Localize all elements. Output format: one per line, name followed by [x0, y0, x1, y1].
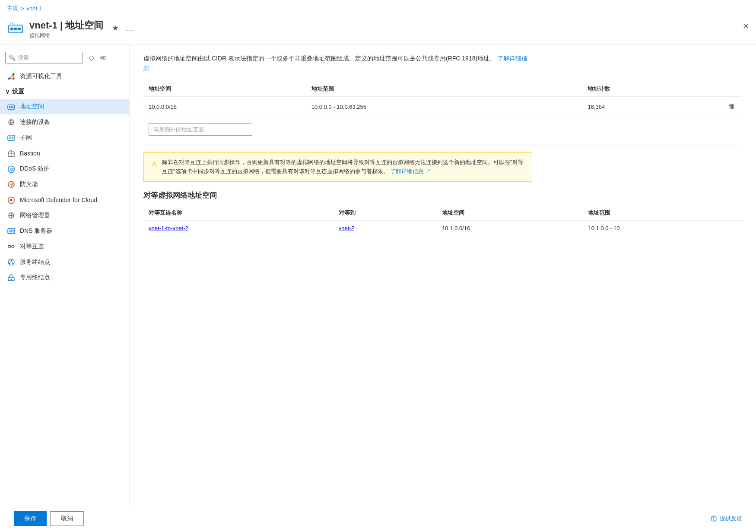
page-header-text: vnet-1 | 地址空间 虚拟网络 [29, 20, 103, 39]
private-endpoints-icon [7, 273, 16, 282]
subnet-label: 子网 [20, 134, 32, 142]
sidebar-item-service-endpoints[interactable]: 服务终结点 [0, 254, 129, 270]
firewall-label: 防火墙 [20, 180, 38, 188]
peering-icon [7, 242, 16, 251]
svg-point-3 [18, 28, 21, 30]
peering-table: 对等互连名称 对等到 地址空间 地址范围 vnet-1-to-vnet-2 vn… [143, 206, 742, 236]
col-address-count: 地址计数 [582, 82, 721, 97]
svg-rect-19 [8, 135, 15, 140]
sidebar-item-peerings[interactable]: 对等互连 [0, 239, 129, 254]
network-manager-label: 网络管理器 [20, 212, 50, 219]
peering-table-row: vnet-1-to-vnet-2 vnet-2 10.1.0.0/16 10.1… [143, 220, 742, 236]
close-button[interactable]: ✕ [743, 22, 749, 31]
service-endpoints-label: 服务终结点 [20, 258, 50, 266]
col-peering-address-range: 地址范围 [583, 206, 742, 221]
breadcrumb-home[interactable]: 主页 [7, 4, 18, 12]
page-header: <·> vnet-1 | 地址空间 虚拟网络 ★ ... ✕ [0, 16, 756, 45]
svg-point-14 [9, 107, 10, 108]
svg-point-50 [713, 519, 714, 520]
svg-line-45 [11, 261, 13, 263]
sidebar-item-resource-viz[interactable]: 资源可视化工具 [0, 69, 129, 84]
address-space-label: 地址空间 [20, 103, 44, 111]
devices-icon [7, 118, 16, 127]
cell-address-range: 10.0.0.0 - 10.0.63.255 [306, 97, 583, 117]
search-icon: 🔍 [9, 54, 16, 61]
delete-row-button[interactable]: 🗑 [727, 101, 737, 112]
cell-address-space: 10.0.0.0/18 [143, 97, 306, 117]
content-area: 虚拟网络的地址空间由以 CIDR 表示法指定的一个或多个非重叠地址范围组成。定义… [130, 45, 756, 529]
filter-button[interactable]: ◇ [88, 53, 95, 63]
cell-address-count: 16,384 [582, 97, 721, 117]
search-actions: ◇ ≪ [88, 53, 108, 63]
footer: 保存 取消 提供反馈 [0, 505, 756, 532]
network-manager-icon [7, 211, 16, 220]
search-box-container: 🔍 ◇ ≪ [5, 52, 124, 63]
sidebar-item-network-manager[interactable]: 网络管理器 [0, 208, 129, 223]
connected-devices-label: 连接的设备 [20, 118, 50, 126]
bastion-icon [7, 149, 16, 158]
subnet-icon [7, 133, 16, 142]
breadcrumb: 主页 > vnet-1 [0, 0, 756, 16]
sidebar-item-dns[interactable]: DNS DNS 服务器 [0, 223, 129, 239]
cancel-button[interactable]: 取消 [50, 511, 84, 526]
defender-icon [7, 196, 16, 204]
svg-point-2 [14, 28, 17, 30]
svg-point-38 [12, 245, 14, 248]
description-text: 虚拟网络的地址空间由以 CIDR 表示法指定的一个或多个非重叠地址范围组成。定义… [143, 54, 532, 73]
shield-icon: DDoS [7, 165, 16, 173]
peering-address-space-cell: 10.1.0.0/16 [437, 220, 583, 236]
warning-box: ⚠ 除非在对等互连上执行同步操作，否则更新具有对等的虚拟网络的地址空间将导致对等… [143, 152, 532, 182]
service-endpoints-icon [7, 258, 16, 266]
resource-viz-label: 资源可视化工具 [20, 73, 62, 80]
page-subtitle: 虚拟网络 [29, 32, 103, 39]
peering-address-range-cell: 10.1.0.0 - 10 [583, 220, 742, 236]
svg-point-15 [10, 107, 12, 108]
breadcrumb-current[interactable]: vnet-1 [27, 5, 42, 12]
sidebar-section-settings[interactable]: ∨ 设置 [0, 84, 129, 99]
peering-section-title: 对等虚拟网络地址空间 [143, 190, 742, 200]
peering-name-link[interactable]: vnet-1-to-vnet-2 [149, 225, 188, 231]
feedback-link[interactable]: 提供反馈 [710, 515, 742, 522]
bastion-label: Bastion [20, 150, 40, 157]
page-title: vnet-1 | 地址空间 [29, 20, 103, 31]
sidebar-item-bastion[interactable]: Bastion [0, 146, 129, 161]
collapse-button[interactable]: ≪ [98, 53, 108, 63]
sidebar-item-connected-devices[interactable]: 连接的设备 [0, 114, 129, 130]
peer-to-link[interactable]: vnet-2 [339, 225, 354, 231]
svg-rect-21 [12, 136, 13, 139]
save-button[interactable]: 保存 [14, 511, 47, 526]
sidebar-item-ddos[interactable]: DDoS DDoS 防护 [0, 161, 129, 177]
sidebar-item-address-space[interactable]: 地址空间 [0, 99, 129, 114]
search-input[interactable] [5, 52, 83, 63]
svg-text:🔥: 🔥 [10, 182, 15, 187]
sidebar-item-firewall[interactable]: 🔥 防火墙 [0, 177, 129, 192]
breadcrumb-separator: > [21, 5, 24, 12]
address-space-icon [7, 102, 16, 111]
col-peering-name: 对等互连名称 [143, 206, 334, 221]
favorite-button[interactable]: ★ [110, 22, 121, 35]
peerings-label: 对等互连 [20, 243, 44, 250]
svg-point-37 [8, 245, 11, 248]
learn-more-warning-link[interactable]: 了解详细信息 ↗ [390, 168, 431, 174]
svg-point-16 [12, 107, 14, 108]
add-range-input[interactable] [149, 123, 252, 136]
dns-icon: DNS [7, 227, 16, 235]
sidebar-item-defender[interactable]: Microsoft Defender for Cloud [0, 192, 129, 208]
svg-point-1 [10, 28, 13, 30]
footer-actions: 保存 取消 [14, 511, 84, 526]
svg-text:<·>: <·> [10, 22, 14, 25]
add-range-row [143, 117, 742, 146]
sidebar-item-subnet[interactable]: 子网 [0, 130, 129, 146]
feedback-icon [710, 515, 717, 522]
svg-point-47 [11, 279, 12, 280]
firewall-icon: 🔥 [7, 180, 16, 189]
more-options-button[interactable]: ... [124, 22, 137, 35]
ddos-label: DDoS 防护 [20, 165, 50, 173]
sidebar-item-private-endpoints[interactable]: 专用终结点 [0, 270, 129, 285]
warning-text: 除非在对等互连上执行同步操作，否则更新具有对等的虚拟网络的地址空间将导致对等互连… [162, 158, 525, 176]
settings-label: 设置 [12, 88, 24, 95]
svg-text:DNS: DNS [9, 230, 15, 233]
address-space-table: 地址空间 地址范围 地址计数 10.0.0.0/18 10.0.0.0 - 10… [143, 82, 742, 146]
svg-text:DDoS: DDoS [10, 168, 15, 171]
dns-label: DNS 服务器 [20, 227, 52, 235]
